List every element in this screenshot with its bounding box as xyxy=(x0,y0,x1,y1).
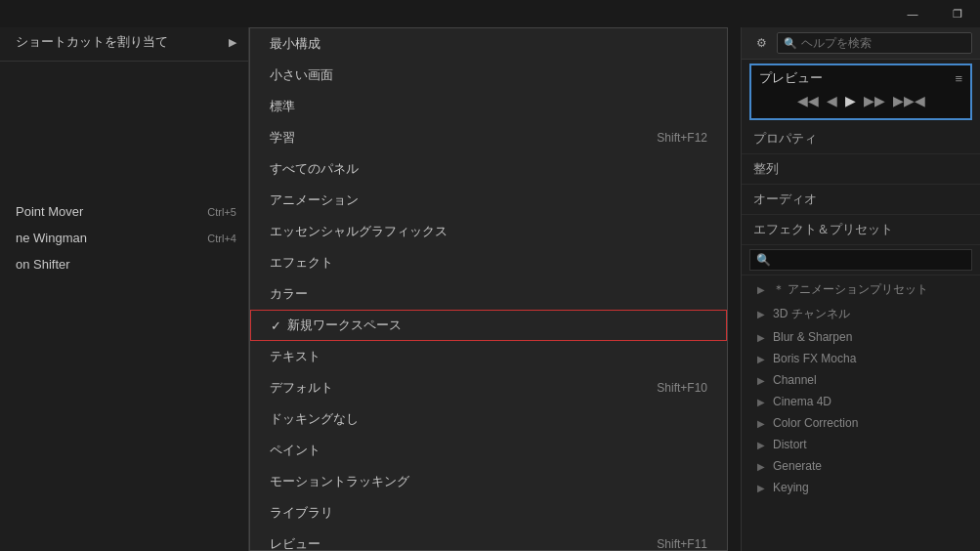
ne-wingman-label: ne Wingman xyxy=(16,231,87,245)
right-panel: ⚙ 🔍 プレビュー ≡ ◀◀ ◀ ▶ ▶▶ ▶▶◀ プロパティ 整列 オーディオ… xyxy=(741,27,980,551)
minimize-button[interactable]: — xyxy=(890,0,935,27)
menu-label: ライブラリ xyxy=(270,504,333,522)
menu-item-color[interactable]: カラー xyxy=(250,278,727,310)
gear-icon[interactable]: ⚙ xyxy=(749,31,773,55)
ne-wingman-item[interactable]: ne Wingman Ctrl+4 xyxy=(0,225,248,251)
menu-item-paint[interactable]: ペイント xyxy=(250,435,727,466)
help-search-box[interactable]: 🔍 xyxy=(777,32,972,54)
menu-item-essential[interactable]: エッセンシャルグラフィックス xyxy=(250,216,727,247)
menu-label: エッセンシャルグラフィックス xyxy=(270,223,447,240)
expand-icon: ▶ xyxy=(757,418,765,429)
ne-wingman-shortcut: Ctrl+4 xyxy=(207,233,236,244)
effect-label: Boris FX Mocha xyxy=(773,352,856,365)
effects-search-box[interactable]: 🔍 xyxy=(749,249,972,271)
menu-item-docking[interactable]: ドッキングなし xyxy=(250,403,727,435)
effect-label: 3D チャンネル xyxy=(773,306,850,322)
maximize-button[interactable]: ❐ xyxy=(935,0,980,27)
help-search-input[interactable] xyxy=(801,36,965,50)
expand-icon: ▶ xyxy=(757,375,765,386)
expand-icon: ▶ xyxy=(757,461,765,472)
on-shifter-item[interactable]: on Shifter xyxy=(0,251,248,277)
arrow-icon: ▶ xyxy=(229,36,236,49)
shortcut-assign-item[interactable]: ショートカットを割り当て ▶ xyxy=(0,27,248,57)
effect-channel[interactable]: ▶ Channel xyxy=(742,369,980,391)
menu-label: ペイント xyxy=(270,442,320,459)
effect-keying[interactable]: ▶ Keying xyxy=(742,477,980,498)
menu-label: すべてのパネル xyxy=(270,160,359,178)
menu-label: 標準 xyxy=(270,98,295,115)
dropdown-menu: 最小構成 小さい画面 標準 学習 Shift+F12 すべてのパネル アニメーシ… xyxy=(249,27,728,551)
menu-item-subete[interactable]: すべてのパネル xyxy=(250,153,727,185)
expand-icon: ▶ xyxy=(757,284,765,295)
expand-icon: ▶ xyxy=(757,397,765,407)
prev-prev-button[interactable]: ◀◀ xyxy=(797,93,819,108)
expand-icon: ▶ xyxy=(757,354,765,364)
menu-shortcut: Shift+F10 xyxy=(657,381,707,395)
menu-label: 小さい画面 xyxy=(270,66,333,84)
expand-icon: ▶ xyxy=(757,309,765,319)
preview-title: プレビュー xyxy=(759,69,823,87)
menu-item-chiisai[interactable]: 小さい画面 xyxy=(250,60,727,91)
preview-controls: ◀◀ ◀ ▶ ▶▶ ▶▶◀ xyxy=(759,87,962,114)
menu-item-default[interactable]: デフォルト Shift+F10 xyxy=(250,372,727,403)
menu-label: テキスト xyxy=(270,348,320,365)
shortcut-assign-label: ショートカットを割り当て xyxy=(16,33,168,51)
on-shifter-label: on Shifter xyxy=(16,257,70,272)
effect-label: Color Correction xyxy=(773,416,858,430)
left-panel: ショートカットを割り当て ▶ Point Mover Ctrl+5 ne Win… xyxy=(0,27,249,551)
menu-label: 新規ワークスペース xyxy=(287,317,402,334)
expand-icon: ▶ xyxy=(757,332,765,343)
menu-label: エフェクト xyxy=(270,254,333,272)
effect-boris-fx-mocha[interactable]: ▶ Boris FX Mocha xyxy=(742,348,980,369)
menu-item-text[interactable]: テキスト xyxy=(250,341,727,372)
effect-3d-channel[interactable]: ▶ 3D チャンネル xyxy=(742,302,980,326)
effect-label: Distort xyxy=(773,438,807,451)
effect-label: Keying xyxy=(773,481,809,494)
effect-distort[interactable]: ▶ Distort xyxy=(742,434,980,455)
effect-cinema-4d[interactable]: ▶ Cinema 4D xyxy=(742,391,980,412)
right-toolbar: ⚙ 🔍 xyxy=(742,27,980,60)
menu-label: カラー xyxy=(270,285,308,303)
next-button[interactable]: ▶▶ xyxy=(864,93,885,108)
effects-search-area: 🔍 xyxy=(742,245,980,276)
menu-item-shinki[interactable]: ✓ 新規ワークスペース xyxy=(250,310,727,341)
menu-item-hyojun[interactable]: 標準 xyxy=(250,91,727,122)
menu-item-library[interactable]: ライブラリ xyxy=(250,497,727,529)
properties-section[interactable]: プロパティ xyxy=(742,124,980,154)
title-bar-buttons: — ❐ xyxy=(890,0,980,27)
effects-search-input[interactable] xyxy=(775,253,965,267)
title-bar: — ❐ xyxy=(0,0,980,27)
effect-generate[interactable]: ▶ Generate xyxy=(742,455,980,477)
check-icon: ✓ xyxy=(271,318,281,333)
preview-menu-icon[interactable]: ≡ xyxy=(955,71,962,86)
menu-item-animation[interactable]: アニメーション xyxy=(250,185,727,216)
effect-animation-presets[interactable]: ▶ ＊ アニメーションプリセット xyxy=(742,277,980,302)
align-section[interactable]: 整列 xyxy=(742,154,980,185)
expand-icon: ▶ xyxy=(757,483,765,493)
menu-item-motion[interactable]: モーショントラッキング xyxy=(250,466,727,497)
menu-item-effect[interactable]: エフェクト xyxy=(250,247,727,278)
prev-button[interactable]: ◀ xyxy=(827,93,837,108)
effect-label: Channel xyxy=(773,373,817,387)
point-mover-shortcut: Ctrl+5 xyxy=(207,206,236,218)
audio-section[interactable]: オーディオ xyxy=(742,185,980,215)
expand-icon: ▶ xyxy=(757,440,765,450)
left-divider-1 xyxy=(0,61,248,62)
menu-item-gakushu[interactable]: 学習 Shift+F12 xyxy=(250,122,727,153)
menu-label: デフォルト xyxy=(270,379,333,397)
effect-blur-sharpen[interactable]: ▶ Blur & Sharpen xyxy=(742,326,980,348)
effect-label: Cinema 4D xyxy=(773,395,831,408)
preview-header: プレビュー ≡ xyxy=(759,69,962,87)
point-mover-item[interactable]: Point Mover Ctrl+5 xyxy=(0,198,248,225)
menu-label: 学習 xyxy=(270,129,295,147)
next-next-button[interactable]: ▶▶◀ xyxy=(893,93,925,108)
effects-search-icon: 🔍 xyxy=(756,253,771,267)
search-icon: 🔍 xyxy=(784,37,797,50)
menu-item-saikoshosei[interactable]: 最小構成 xyxy=(250,28,727,60)
effects-preset-section[interactable]: エフェクト＆プリセット xyxy=(742,215,980,245)
point-mover-label: Point Mover xyxy=(16,204,83,219)
effect-color-correction[interactable]: ▶ Color Correction xyxy=(742,412,980,434)
menu-label: 最小構成 xyxy=(270,35,320,53)
play-button[interactable]: ▶ xyxy=(845,93,856,108)
menu-item-review[interactable]: レビュー Shift+F11 xyxy=(250,529,727,551)
